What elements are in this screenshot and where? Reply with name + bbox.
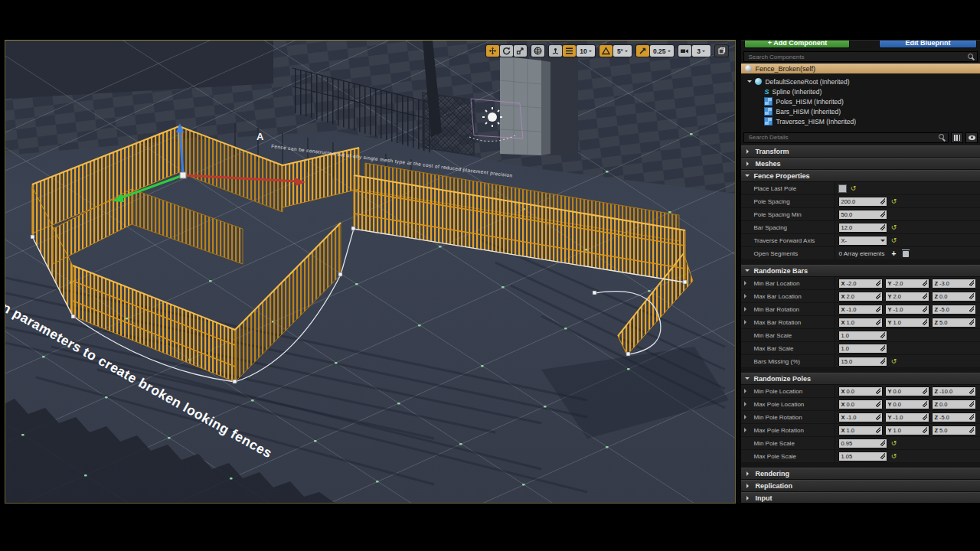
- max-bar-scale-input[interactable]: 1.0: [838, 344, 887, 354]
- expander-right-icon[interactable]: [744, 389, 749, 393]
- y-input[interactable]: Y-2.0: [885, 279, 929, 289]
- x-input[interactable]: X1.0: [838, 425, 883, 435]
- tree-item-traverses-hism[interactable]: Traverses_HISM (Inherited): [747, 116, 980, 126]
- max-pole-scale-input[interactable]: 1.05: [838, 452, 887, 461]
- drag-handle-icon[interactable]: [880, 224, 885, 230]
- drag-handle-icon[interactable]: [880, 211, 885, 217]
- camera-speed-value[interactable]: 3: [692, 45, 710, 57]
- z-input[interactable]: Z-10.0: [932, 386, 976, 396]
- z-input[interactable]: Z-5.0: [932, 305, 976, 315]
- section-rendering[interactable]: Rendering: [741, 468, 980, 480]
- clear-array-icon[interactable]: [903, 251, 909, 257]
- x-input[interactable]: X0.0: [838, 386, 883, 396]
- grid-snap-toggle-button[interactable]: [563, 45, 576, 57]
- drag-handle-icon[interactable]: [876, 319, 880, 325]
- expander-right-icon[interactable]: [744, 415, 749, 419]
- drag-handle-icon[interactable]: [969, 280, 974, 286]
- expander-right-icon[interactable]: [744, 402, 749, 406]
- drag-handle-icon[interactable]: [969, 388, 974, 394]
- drag-handle-icon[interactable]: [969, 401, 974, 407]
- drag-handle-icon[interactable]: [923, 401, 927, 407]
- pole-spacing-min-input[interactable]: 50.0: [838, 210, 887, 220]
- section-randomize-poles[interactable]: Randomize Poles: [741, 373, 980, 385]
- drag-handle-icon[interactable]: [876, 388, 880, 394]
- section-randomize-bars[interactable]: Randomize Bars: [741, 265, 980, 277]
- panel-splitter[interactable]: [736, 40, 742, 504]
- view-options-button[interactable]: [965, 132, 978, 143]
- scale-snap-toggle-button[interactable]: [636, 45, 649, 57]
- y-input[interactable]: Y2.0: [885, 292, 929, 302]
- rotation-snap-toggle-button[interactable]: [599, 45, 612, 57]
- y-input[interactable]: Y1.0: [885, 425, 929, 435]
- section-transform[interactable]: Transform: [741, 145, 980, 158]
- scale-tool-button[interactable]: [514, 45, 527, 57]
- tree-item-poles-hism[interactable]: Poles_HISM (Inherited): [747, 96, 980, 106]
- drag-handle-icon[interactable]: [876, 414, 880, 420]
- tree-item-spline[interactable]: S Spline (Inherited): [747, 86, 980, 96]
- traverse-forward-axis-dropdown[interactable]: X-: [838, 236, 887, 246]
- z-input[interactable]: Z5.0: [932, 318, 976, 328]
- revert-icon[interactable]: ↺: [890, 224, 897, 231]
- min-bar-scale-input[interactable]: 1.0: [838, 331, 887, 341]
- drag-handle-icon[interactable]: [923, 427, 927, 433]
- drag-handle-icon[interactable]: [876, 306, 880, 312]
- pole-spacing-input[interactable]: 200.0: [838, 197, 887, 207]
- y-input[interactable]: Y-1.0: [885, 412, 929, 422]
- y-input[interactable]: Y0.0: [885, 399, 929, 409]
- viewport-canvas[interactable]: A Fence can be constructed out of any si…: [5, 41, 736, 503]
- drag-handle-icon[interactable]: [880, 440, 885, 446]
- expander-right-icon[interactable]: [744, 320, 749, 324]
- expander-right-icon[interactable]: [744, 281, 749, 285]
- x-input[interactable]: X0.0: [838, 399, 883, 409]
- edit-blueprint-button[interactable]: Edit Blueprint: [879, 41, 977, 48]
- drag-handle-icon[interactable]: [876, 401, 880, 407]
- display-filter-button[interactable]: [951, 132, 963, 143]
- camera-speed-button[interactable]: [678, 45, 691, 57]
- x-input[interactable]: X-1.0: [838, 305, 883, 315]
- drag-handle-icon[interactable]: [969, 427, 974, 433]
- expander-right-icon[interactable]: [744, 294, 749, 298]
- add-array-element-icon[interactable]: +: [892, 249, 897, 258]
- drag-handle-icon[interactable]: [880, 358, 885, 364]
- section-fence-properties[interactable]: Fence Properties: [741, 170, 980, 182]
- bars-missing-input[interactable]: 15.0: [838, 357, 887, 367]
- drag-handle-icon[interactable]: [969, 306, 974, 312]
- drag-handle-icon[interactable]: [923, 414, 927, 420]
- drag-handle-icon[interactable]: [923, 306, 927, 312]
- drag-handle-icon[interactable]: [876, 293, 880, 299]
- surface-snap-button[interactable]: [549, 45, 562, 57]
- drag-handle-icon[interactable]: [923, 319, 927, 325]
- drag-handle-icon[interactable]: [969, 319, 974, 325]
- world-space-toggle-button[interactable]: [531, 45, 544, 57]
- drag-handle-icon[interactable]: [969, 293, 974, 299]
- drag-handle-icon[interactable]: [880, 345, 885, 351]
- expander-down-icon[interactable]: [747, 80, 752, 85]
- y-input[interactable]: Y1.0: [885, 318, 929, 328]
- drag-handle-icon[interactable]: [969, 414, 974, 420]
- move-tool-button[interactable]: [486, 45, 499, 57]
- tree-item-bars-hism[interactable]: Bars_HISM (Inherited): [747, 106, 980, 116]
- section-replication[interactable]: Replication: [741, 480, 980, 492]
- drag-handle-icon[interactable]: [923, 293, 927, 299]
- tree-item-defaultsceneroot[interactable]: DefaultSceneRoot (Inherited): [747, 77, 980, 86]
- z-input[interactable]: Z-3.0: [932, 279, 976, 289]
- component-row-selected[interactable]: Fence_Broken(self): [741, 64, 980, 73]
- drag-handle-icon[interactable]: [876, 280, 880, 286]
- viewport[interactable]: A Fence can be constructed out of any si…: [5, 40, 736, 504]
- drag-handle-icon[interactable]: [880, 332, 885, 338]
- z-input[interactable]: Z0.0: [932, 292, 976, 302]
- add-component-button[interactable]: + Add Component: [744, 41, 850, 48]
- revert-icon[interactable]: ↺: [890, 440, 897, 447]
- drag-handle-icon[interactable]: [923, 388, 927, 394]
- drag-handle-icon[interactable]: [880, 453, 885, 459]
- rotation-snap-value[interactable]: 5°: [613, 45, 632, 57]
- rotate-tool-button[interactable]: [500, 45, 513, 57]
- components-search-input[interactable]: [746, 53, 965, 61]
- bar-spacing-input[interactable]: 12.0: [838, 223, 887, 233]
- y-input[interactable]: Y-1.0: [885, 305, 929, 315]
- details-search-input[interactable]: [746, 133, 936, 142]
- revert-icon[interactable]: ↺: [890, 358, 897, 365]
- min-pole-scale-input[interactable]: 0.95: [838, 439, 887, 448]
- drag-handle-icon[interactable]: [880, 198, 885, 204]
- x-input[interactable]: X1.0: [838, 318, 883, 328]
